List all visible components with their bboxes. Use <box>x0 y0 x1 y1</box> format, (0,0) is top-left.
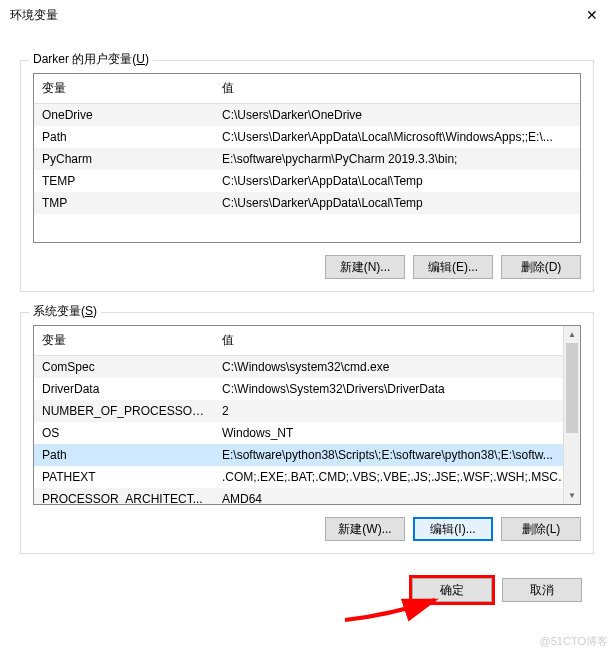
var-name: Path <box>34 444 214 466</box>
var-name: DriverData <box>34 378 214 400</box>
system-vars-label: 系统变量(S) <box>29 303 101 320</box>
table-row[interactable]: OneDriveC:\Users\Darker\OneDrive <box>34 104 580 127</box>
scroll-down-icon[interactable]: ▼ <box>564 487 580 504</box>
var-name: TMP <box>34 192 214 214</box>
table-row[interactable]: OSWindows_NT <box>34 422 580 444</box>
col-name[interactable]: 变量 <box>34 74 214 104</box>
var-name: PATHEXT <box>34 466 214 488</box>
col-value[interactable]: 值 <box>214 326 580 356</box>
user-vars-label: Darker 的用户变量(U) <box>29 51 153 68</box>
system-delete-button[interactable]: 删除(L) <box>501 517 581 541</box>
cancel-button[interactable]: 取消 <box>502 578 582 602</box>
system-new-button[interactable]: 新建(W)... <box>325 517 405 541</box>
var-name: TEMP <box>34 170 214 192</box>
table-row[interactable]: ComSpecC:\Windows\system32\cmd.exe <box>34 356 580 379</box>
var-name: OS <box>34 422 214 444</box>
var-name: PROCESSOR_ARCHITECT... <box>34 488 214 505</box>
table-row[interactable]: PyCharmE:\software\pycharm\PyCharm 2019.… <box>34 148 580 170</box>
dialog-buttons: 确定 取消 <box>20 578 594 602</box>
var-value: C:\Users\Darker\AppData\Local\Temp <box>214 170 580 192</box>
table-row[interactable]: TMPC:\Users\Darker\AppData\Local\Temp <box>34 192 580 214</box>
col-name[interactable]: 变量 <box>34 326 214 356</box>
var-value: AMD64 <box>214 488 580 505</box>
var-value: C:\Windows\System32\Drivers\DriverData <box>214 378 580 400</box>
var-name: OneDrive <box>34 104 214 127</box>
table-row[interactable]: PROCESSOR_ARCHITECT...AMD64 <box>34 488 580 505</box>
var-name: PyCharm <box>34 148 214 170</box>
table-row[interactable]: PathC:\Users\Darker\AppData\Local\Micros… <box>34 126 580 148</box>
var-value: C:\Windows\system32\cmd.exe <box>214 356 580 379</box>
var-value: Windows_NT <box>214 422 580 444</box>
dialog-body: Darker 的用户变量(U) 变量 值 OneDriveC:\Users\Da… <box>0 30 614 622</box>
scroll-up-icon[interactable]: ▲ <box>564 326 580 343</box>
titlebar: 环境变量 ✕ <box>0 0 614 30</box>
var-value: E:\software\pycharm\PyCharm 2019.3.3\bin… <box>214 148 580 170</box>
var-value: .COM;.EXE;.BAT;.CMD;.VBS;.VBE;.JS;.JSE;.… <box>214 466 580 488</box>
user-new-button[interactable]: 新建(N)... <box>325 255 405 279</box>
var-value: C:\Users\Darker\OneDrive <box>214 104 580 127</box>
table-row[interactable]: TEMPC:\Users\Darker\AppData\Local\Temp <box>34 170 580 192</box>
close-icon: ✕ <box>586 7 598 23</box>
system-edit-button[interactable]: 编辑(I)... <box>413 517 493 541</box>
user-buttons: 新建(N)... 编辑(E)... 删除(D) <box>33 255 581 279</box>
var-value: C:\Users\Darker\AppData\Local\Microsoft\… <box>214 126 580 148</box>
user-vars-group: Darker 的用户变量(U) 变量 值 OneDriveC:\Users\Da… <box>20 60 594 292</box>
var-value: E:\software\python38\Scripts\;E:\softwar… <box>214 444 580 466</box>
user-vars-table[interactable]: 变量 值 OneDriveC:\Users\Darker\OneDrivePat… <box>33 73 581 243</box>
var-name: NUMBER_OF_PROCESSORS <box>34 400 214 422</box>
watermark: @51CTO博客 <box>540 634 608 649</box>
close-button[interactable]: ✕ <box>569 0 614 30</box>
system-vars-group: 系统变量(S) 变量 值 ComSpecC:\Windows\system32\… <box>20 312 594 554</box>
table-row[interactable]: NUMBER_OF_PROCESSORS2 <box>34 400 580 422</box>
scroll-thumb[interactable] <box>566 343 578 433</box>
window-title: 环境变量 <box>10 7 58 24</box>
scrollbar[interactable]: ▲ ▼ <box>563 326 580 504</box>
var-value: 2 <box>214 400 580 422</box>
system-vars-table[interactable]: 变量 值 ComSpecC:\Windows\system32\cmd.exeD… <box>33 325 581 505</box>
var-name: Path <box>34 126 214 148</box>
user-edit-button[interactable]: 编辑(E)... <box>413 255 493 279</box>
ok-button[interactable]: 确定 <box>412 578 492 602</box>
var-value: C:\Users\Darker\AppData\Local\Temp <box>214 192 580 214</box>
user-delete-button[interactable]: 删除(D) <box>501 255 581 279</box>
system-buttons: 新建(W)... 编辑(I)... 删除(L) <box>33 517 581 541</box>
var-name: ComSpec <box>34 356 214 379</box>
table-row[interactable]: PathE:\software\python38\Scripts\;E:\sof… <box>34 444 580 466</box>
col-value[interactable]: 值 <box>214 74 580 104</box>
table-row[interactable]: DriverDataC:\Windows\System32\Drivers\Dr… <box>34 378 580 400</box>
table-row[interactable]: PATHEXT.COM;.EXE;.BAT;.CMD;.VBS;.VBE;.JS… <box>34 466 580 488</box>
